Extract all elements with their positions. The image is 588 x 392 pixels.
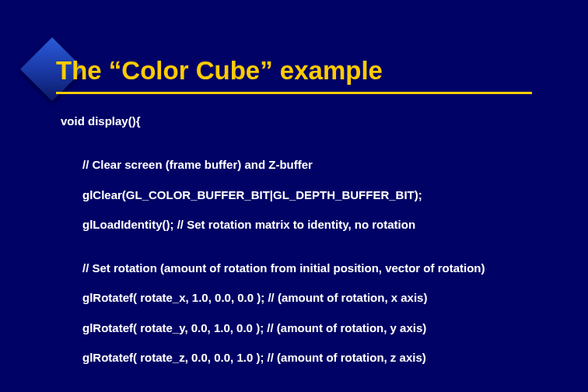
- blank-line: [61, 247, 557, 261]
- blank-line: [61, 143, 557, 157]
- title-underline: [56, 92, 532, 94]
- code-line: glClear(GL_COLOR_BUFFER_BIT|GL_DEPTH_BUF…: [61, 187, 557, 203]
- code-line: void display(){: [61, 114, 557, 129]
- slide-body: void display(){// Clear screen (frame bu…: [61, 114, 557, 380]
- code-line: glRotatef( rotate_x, 1.0, 0.0, 0.0 ); //…: [61, 290, 557, 306]
- code-line: glLoadIdentity(); // Set rotation matrix…: [61, 217, 557, 233]
- code-line: // Set rotation (amount of rotation from…: [61, 261, 557, 276]
- code-line: glRotatef( rotate_y, 0.0, 1.0, 0.0 ); //…: [61, 320, 557, 336]
- code-line: // Clear screen (frame buffer) and Z-buf…: [61, 157, 557, 173]
- code-line: glRotatef( rotate_z, 0.0, 0.0, 1.0 ); //…: [61, 350, 557, 366]
- slide-title: The “Color Cube” example: [56, 56, 565, 90]
